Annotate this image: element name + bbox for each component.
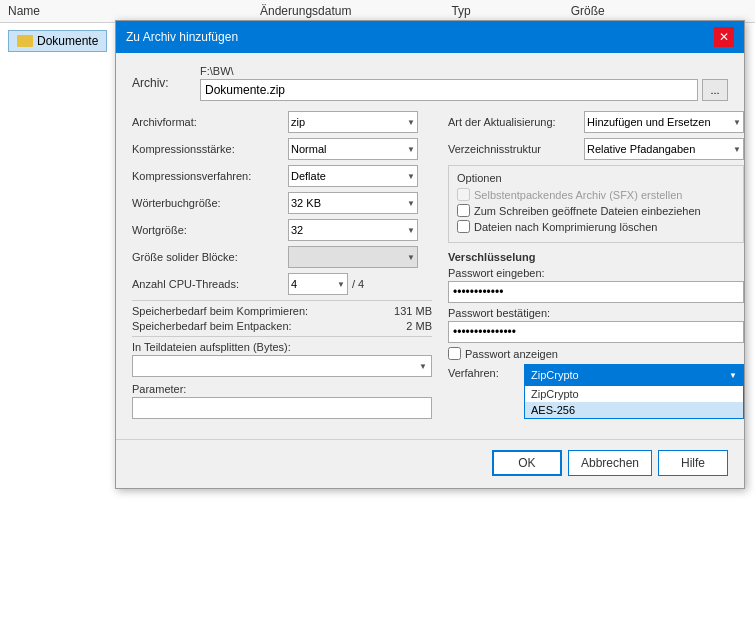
param-input[interactable] [132,397,432,419]
solid-size-label: Größe solider Blöcke: [132,251,282,263]
confirm-input[interactable] [448,321,744,343]
verfahren-option-aes256[interactable]: AES-256 [525,402,743,418]
word-size-select[interactable]: 32 ▼ [288,219,418,241]
verfahren-option-zipcrypto[interactable]: ZipCrypto [525,386,743,402]
compression-method-row: Kompressionsverfahren: Deflate ▼ [132,165,432,187]
archive-input-row: ... [200,79,728,101]
cpu-threads-select[interactable]: 4 ▼ [288,273,348,295]
right-column: Art der Aktualisierung: Hinzufügen und E… [448,111,744,419]
dialog-footer: OK Abbrechen Hilfe [116,439,744,488]
close-button[interactable]: ✕ [714,27,734,47]
cancel-button[interactable]: Abbrechen [568,450,652,476]
archive-filename-input[interactable] [200,79,698,101]
update-type-row: Art der Aktualisierung: Hinzufügen und E… [448,111,744,133]
archive-label: Archiv: [132,76,192,90]
sidebar-item-label: Dokumente [37,34,98,48]
sidebar-item-dokumente[interactable]: Dokumente [8,30,107,52]
compression-strength-label: Kompressionsstärke: [132,143,282,155]
dict-size-value: 32 KB [291,197,321,209]
options-section: Optionen Selbstentpackendes Archiv (SFX)… [448,165,744,243]
cpu-threads-label: Anzahl CPU-Threads: [132,278,282,290]
compression-method-arrow: ▼ [403,172,415,181]
compression-strength-select[interactable]: Normal ▼ [288,138,418,160]
solid-size-arrow: ▼ [403,253,415,262]
path-structure-arrow: ▼ [729,145,741,154]
option2-label: Zum Schreiben geöffnete Dateien einbezie… [474,205,701,217]
show-password-checkbox[interactable] [448,347,461,360]
col-name: Name [8,4,40,18]
dialog-title: Zu Archiv hinzufügen [126,30,238,44]
mem-decompress-label: Speicherbedarf beim Entpacken: [132,320,292,332]
verfahren-selected[interactable]: ZipCrypto ▼ [524,364,744,386]
mem-compress-row: Speicherbedarf beim Komprimieren: 131 MB [132,305,432,317]
dict-size-row: Wörterbuchgröße: 32 KB ▼ [132,192,432,214]
archivformat-select[interactable]: zip ▼ [288,111,418,133]
archive-path-text: F:\BW\ [200,65,728,77]
split-section: In Teildateien aufsplitten (Bytes): ▼ [132,341,432,377]
update-type-select[interactable]: Hinzufügen und Ersetzen ▼ [584,111,744,133]
option1-checkbox[interactable] [457,188,470,201]
archivformat-label: Archivformat: [132,116,282,128]
compression-strength-row: Kompressionsstärke: Normal ▼ [132,138,432,160]
compression-method-select[interactable]: Deflate ▼ [288,165,418,187]
update-type-label: Art der Aktualisierung: [448,116,578,128]
verfahren-label: Verfahren: [448,364,518,379]
password-input[interactable] [448,281,744,303]
split-input[interactable]: ▼ [132,355,432,377]
cpu-threads-row: Anzahl CPU-Threads: 4 ▼ / 4 [132,273,432,295]
verfahren-selected-value: ZipCrypto [531,369,579,381]
mem-compress-label: Speicherbedarf beim Komprimieren: [132,305,308,317]
archive-row: Archiv: F:\BW\ ... [132,65,728,101]
help-button[interactable]: Hilfe [658,450,728,476]
cpu-arrow: ▼ [333,280,345,289]
option2-row: Zum Schreiben geöffnete Dateien einbezie… [457,204,735,217]
option3-row: Dateien nach Komprimierung löschen [457,220,735,233]
divider [132,300,432,301]
compression-method-value: Deflate [291,170,326,182]
col-type: Typ [451,4,470,18]
split-label: In Teildateien aufsplitten (Bytes): [132,341,432,353]
dialog-titlebar: Zu Archiv hinzufügen ✕ [116,21,744,53]
password-label: Passwort eingeben: [448,267,744,279]
param-section: Parameter: [132,383,432,419]
path-structure-label: Verzeichnisstruktur [448,143,578,155]
word-size-value: 32 [291,224,303,236]
compression-strength-arrow: ▼ [403,145,415,154]
mem-decompress-value: 2 MB [406,320,432,332]
option3-checkbox[interactable] [457,220,470,233]
ok-button[interactable]: OK [492,450,562,476]
archive-path-container: F:\BW\ ... [200,65,728,101]
solid-size-select: ▼ [288,246,418,268]
folder-icon [17,35,33,47]
archivformat-row: Archivformat: zip ▼ [132,111,432,133]
verfahren-dropdown-list: ZipCrypto AES-256 [524,386,744,419]
encrypt-title: Verschlüsselung [448,251,744,263]
cpu-max-label: / 4 [352,278,364,290]
path-structure-row: Verzeichnisstruktur Relative Pfadangaben… [448,138,744,160]
mem-decompress-row: Speicherbedarf beim Entpacken: 2 MB [132,320,432,332]
dict-size-arrow: ▼ [403,199,415,208]
cpu-row: 4 ▼ / 4 [288,273,364,295]
option3-label: Dateien nach Komprimierung löschen [474,221,657,233]
browse-button[interactable]: ... [702,79,728,101]
verfahren-row: Verfahren: ZipCrypto ▼ ZipCrypto AES-256 [448,364,744,419]
show-password-label: Passwort anzeigen [465,348,558,360]
word-size-row: Wortgröße: 32 ▼ [132,219,432,241]
option2-checkbox[interactable] [457,204,470,217]
dict-size-select[interactable]: 32 KB ▼ [288,192,418,214]
option1-label: Selbstentpackendes Archiv (SFX) erstelle… [474,189,683,201]
path-structure-select[interactable]: Relative Pfadangaben ▼ [584,138,744,160]
update-type-value: Hinzufügen und Ersetzen [587,116,711,128]
col-date: Änderungsdatum [260,4,351,18]
options-title: Optionen [457,172,735,184]
cpu-threads-value: 4 [291,278,297,290]
split-arrow: ▼ [419,362,427,371]
col-size: Größe [571,4,605,18]
compression-strength-value: Normal [291,143,326,155]
word-size-arrow: ▼ [403,226,415,235]
solid-size-row: Größe solider Blöcke: ▼ [132,246,432,268]
encrypt-section: Verschlüsselung Passwort eingeben: Passw… [448,251,744,419]
dialog-content: Archiv: F:\BW\ ... Archivformat: zip ▼ [116,53,744,431]
verfahren-arrow: ▼ [729,371,737,380]
word-size-label: Wortgröße: [132,224,282,236]
